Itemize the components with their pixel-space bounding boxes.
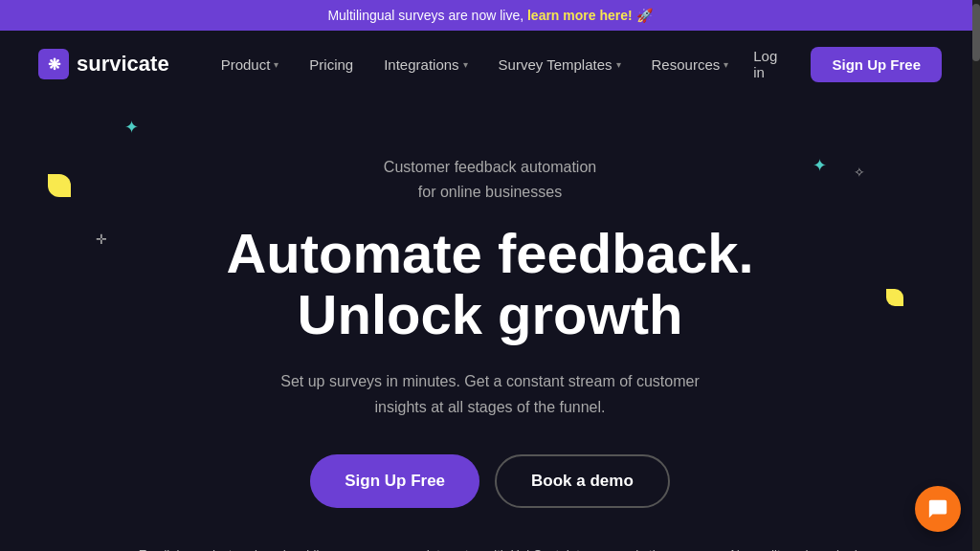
nav-item-resources[interactable]: Resources ▾	[638, 49, 743, 80]
chevron-down-icon: ▾	[724, 59, 728, 70]
nav-signup-button[interactable]: Sign Up Free	[811, 47, 942, 82]
navbar: ❋ survicate Product ▾ Pricing Integratio…	[0, 31, 980, 98]
announcement-bar: Multilingual surveys are now live, learn…	[0, 0, 980, 31]
check-icon: ●	[411, 546, 418, 551]
nav-item-product[interactable]: Product ▾	[208, 49, 293, 80]
feature-item: ● Integrates with HubSpot, Intercom and …	[411, 546, 677, 551]
nav-links: Product ▾ Pricing Integrations ▾ Survey …	[208, 49, 743, 80]
announcement-link[interactable]: learn more here!	[527, 8, 633, 23]
chevron-down-icon: ▾	[274, 59, 278, 70]
login-button[interactable]: Log in	[742, 40, 795, 88]
scrollbar[interactable]	[972, 0, 980, 551]
logo[interactable]: ❋ survicate	[38, 49, 169, 79]
logo-text: survicate	[77, 52, 169, 77]
announcement-emoji: 🚀	[636, 8, 653, 23]
chevron-down-icon: ▾	[463, 59, 468, 70]
teal-star-icon: ✦	[124, 117, 139, 138]
hero-subtitle: Customer feedback automation for online …	[38, 155, 942, 204]
nav-item-integrations[interactable]: Integrations ▾	[370, 49, 480, 80]
nav-item-survey-templates[interactable]: Survey Templates ▾	[485, 49, 635, 80]
hero-title: Automate feedback. Unlock growth	[38, 223, 942, 345]
announcement-text: Multilingual surveys are now live,	[327, 8, 527, 23]
hero-description: Set up surveys in minutes. Get a constan…	[260, 368, 720, 420]
hero-demo-button[interactable]: Book a demo	[495, 454, 670, 508]
logo-icon: ❋	[38, 49, 69, 79]
scrollbar-thumb[interactable]	[972, 4, 980, 61]
features-list: ● Email, in-product, web and mobile surv…	[38, 546, 942, 551]
hero-section: ✦ ✦ ✛ ✧ Customer feedback automation for…	[0, 98, 980, 551]
hero-buttons: Sign Up Free Book a demo	[38, 454, 942, 508]
check-icon: ●	[122, 546, 130, 551]
feature-item: ● Email, in-product, web and mobile surv…	[122, 546, 372, 551]
nav-item-pricing[interactable]: Pricing	[296, 49, 367, 80]
nav-actions: Log in Sign Up Free	[742, 40, 942, 88]
chevron-down-icon: ▾	[616, 59, 621, 70]
chat-widget[interactable]	[915, 486, 961, 532]
check-icon: ●	[715, 546, 723, 551]
chat-icon	[927, 498, 948, 519]
hero-signup-button[interactable]: Sign Up Free	[310, 454, 479, 508]
feature-item: ● No credit card required	[715, 546, 858, 551]
